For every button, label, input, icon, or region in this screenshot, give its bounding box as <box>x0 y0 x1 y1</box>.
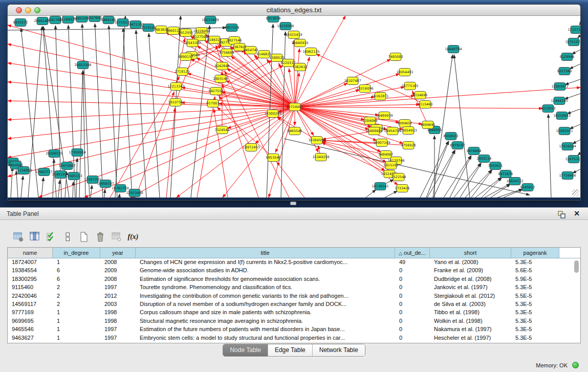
graph-node[interactable]: 8427552 <box>209 87 224 95</box>
table-row[interactable]: 2242004622012Investigating the contribut… <box>8 292 580 300</box>
graph-node[interactable]: 19218586 <box>277 23 294 30</box>
window-resize-grip[interactable] <box>572 189 579 196</box>
function-builder-button[interactable]: f(x) <box>125 229 141 245</box>
split-pane-handle[interactable] <box>290 202 296 205</box>
graph-node[interactable]: 7632621 <box>488 162 503 170</box>
graph-node[interactable]: 12213343 <box>167 83 184 91</box>
graph-node[interactable]: 20053346 <box>74 61 91 69</box>
delete-table-button-disabled[interactable] <box>108 229 125 245</box>
table-row[interactable]: 977716911998Corpus callosum shape and si… <box>8 309 580 317</box>
graph-node[interactable]: 9154695 <box>413 92 428 99</box>
graph-node[interactable]: 17016504 <box>559 143 576 150</box>
graph-node[interactable]: 9890157 <box>179 53 193 61</box>
graph-node[interactable]: 917003 <box>207 100 220 107</box>
column-header-out_de[interactable]: △out_de... <box>395 248 430 258</box>
graph-node[interactable]: 2718120 <box>175 68 190 76</box>
graph-node[interactable]: 9474444 <box>467 147 482 155</box>
graph-node[interactable]: 12444195 <box>551 97 568 105</box>
graph-node[interactable]: 8938923 <box>444 133 459 140</box>
table-settings-button[interactable] <box>10 229 27 245</box>
graph-node[interactable]: 18325419 <box>285 31 302 39</box>
graph-node[interactable]: 9242848 <box>215 62 230 70</box>
network-graph[interactable]: 9435572206914061891760421164525106532871… <box>8 16 580 198</box>
delete-column-button[interactable] <box>92 229 108 245</box>
graph-node[interactable]: 17359924 <box>69 149 85 157</box>
graph-node[interactable]: 1815182 <box>384 162 399 169</box>
graph-node[interactable]: 2803144 <box>213 75 228 83</box>
table-scrollbar-thumb[interactable] <box>574 260 579 273</box>
row-options-button[interactable] <box>59 229 76 245</box>
graph-node[interactable]: 7485083 <box>388 53 403 61</box>
graph-node[interactable]: 8813054 <box>266 16 281 23</box>
graph-edge <box>177 107 295 198</box>
tab-edge-table[interactable]: Edge Table <box>268 344 312 356</box>
graph-node[interactable]: 15349258 <box>312 154 329 161</box>
graph-node[interactable]: 8454743 <box>244 47 258 54</box>
graph-node[interactable]: 8471676 <box>498 170 513 178</box>
column-header-in_degree[interactable]: in_degree <box>53 248 100 258</box>
close-panel-icon[interactable]: ✕ <box>574 209 580 217</box>
graph-node[interactable]: 8099657 <box>398 120 412 127</box>
tab-network-table[interactable]: Network Table <box>312 344 365 356</box>
graph-node[interactable]: 6466160 <box>101 16 116 24</box>
graph-node[interactable]: 16210643 <box>553 112 570 120</box>
table-row[interactable]: 1456911722003Disruption of a novel membe… <box>8 300 580 309</box>
graph-node[interactable]: 2935114 <box>477 155 492 163</box>
graph-node[interactable]: 9227343 <box>557 68 572 75</box>
graph-node[interactable]: 7204069 <box>363 117 378 125</box>
graph-node[interactable]: 1327602 <box>88 16 102 22</box>
table-row[interactable]: 911546021997Tourette syndrome. Phenomeno… <box>8 283 580 292</box>
table-row[interactable]: 1872400712008Changes of HCN gene express… <box>8 258 580 267</box>
select-column-button[interactable] <box>27 229 43 245</box>
window-titlebar[interactable]: citations_edges.txt <box>8 5 580 16</box>
column-header-name[interactable]: name <box>8 248 53 258</box>
show-hide-columns-button[interactable] <box>43 229 59 245</box>
graph-node[interactable]: 18054491 <box>396 69 413 76</box>
graph-node[interactable]: 1810755 <box>168 99 183 106</box>
graph-node[interactable]: 8756685 <box>220 49 234 57</box>
network-canvas[interactable]: 9435572206914061891760421164525106532871… <box>8 16 580 198</box>
tab-node-table[interactable]: Node Table <box>223 344 268 356</box>
column-header-short[interactable]: short <box>430 248 511 258</box>
graph-node[interactable]: 10654112 <box>506 178 523 185</box>
graph-node[interactable]: 11675312 <box>565 156 580 163</box>
graph-node[interactable]: 9853545 <box>266 154 281 162</box>
graph-node[interactable]: 16648784 <box>445 46 462 53</box>
float-panel-icon[interactable] <box>557 210 565 218</box>
graph-node[interactable]: 9756928 <box>401 142 416 149</box>
new-table-button[interactable] <box>76 229 92 245</box>
graph-node[interactable]: 15751074 <box>565 38 580 46</box>
graph-node[interactable]: 13216096 <box>356 85 373 93</box>
table-cell: Corpus callosum shape and size in male p… <box>136 309 395 317</box>
graph-node[interactable]: 8912955 <box>179 29 193 37</box>
svg-text:15349258: 15349258 <box>312 155 329 159</box>
table-row[interactable]: 1938455462009Genome-wide association stu… <box>8 267 580 275</box>
graph-node[interactable]: 6979197 <box>450 142 465 149</box>
graph-node[interactable]: 1733426 <box>395 185 410 192</box>
graph-node[interactable]: 16033809 <box>202 16 219 24</box>
graph-node[interactable]: 11127146 <box>568 26 580 34</box>
column-header-pagerank[interactable]: pagerank <box>511 248 559 258</box>
column-header-title[interactable]: title <box>136 248 395 258</box>
graph-node[interactable]: 9699695 <box>421 121 435 129</box>
column-header-year[interactable]: year <box>100 248 136 258</box>
graph-node[interactable]: 10975887 <box>58 162 75 170</box>
graph-node[interactable]: 9245012 <box>520 184 535 191</box>
graph-node[interactable]: 2522544 <box>391 173 406 181</box>
graph-node[interactable]: 1362615 <box>293 63 308 71</box>
graph-node[interactable]: 13654923 <box>400 127 417 135</box>
graph-node[interactable]: 9435572 <box>13 19 28 27</box>
graph-node[interactable]: 18775165 <box>401 82 418 90</box>
graph-node[interactable]: 1588520 <box>270 54 285 62</box>
graph-node[interactable]: 7524541 <box>215 126 230 134</box>
graph-node[interactable]: 9465546 <box>288 127 302 135</box>
table-row[interactable]: 946362711997Embryonic stem cells: a mode… <box>8 334 580 342</box>
graph-node[interactable]: 16162871 <box>372 93 388 100</box>
graph-node[interactable]: 9129946 <box>560 53 575 61</box>
graph-node[interactable]: 9115460 <box>418 101 433 108</box>
graph-node[interactable]: 7857224 <box>225 24 239 32</box>
table-row[interactable]: 969969511998Structural magnetic resonanc… <box>8 317 580 325</box>
table-row[interactable]: 946554611997Estimation of the future num… <box>8 325 580 334</box>
table-row[interactable]: 1830029562008Estimation of significance … <box>8 275 580 283</box>
graph-node[interactable]: 9215953 <box>541 105 556 113</box>
